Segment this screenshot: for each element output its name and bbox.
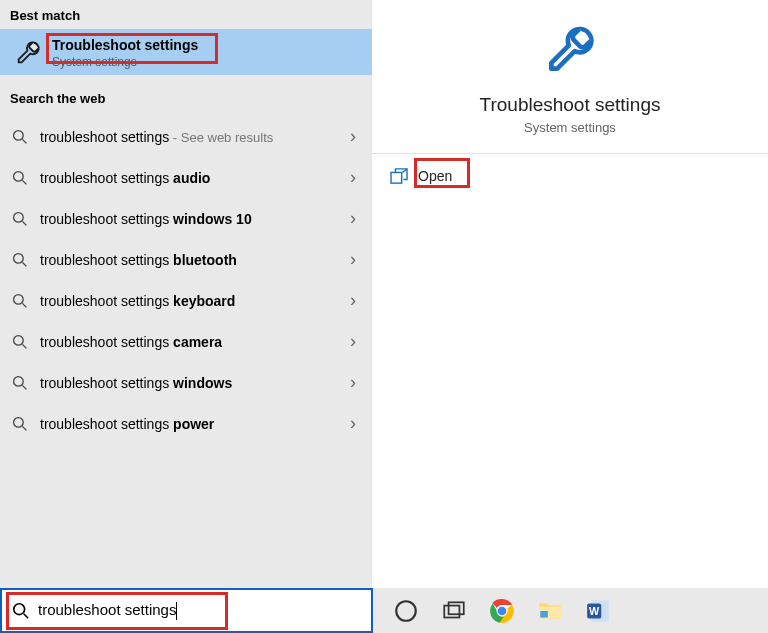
svg-point-7 [14,417,24,427]
svg-point-10 [396,601,416,621]
task-view-icon[interactable] [441,598,467,624]
svg-point-2 [14,212,24,222]
cortana-icon[interactable] [393,598,419,624]
svg-rect-8 [391,172,402,183]
web-result-label: troubleshoot settings camera [40,334,334,350]
svg-point-6 [14,376,24,386]
taskbar: troubleshoot settings [0,588,768,633]
file-explorer-icon[interactable] [537,598,563,624]
open-action[interactable]: Open [372,154,768,198]
word-icon[interactable]: W [585,598,611,624]
open-label: Open [418,168,452,184]
open-icon [390,168,408,184]
search-web-header: Search the web [0,83,372,112]
svg-point-9 [14,603,25,614]
best-match-header: Best match [0,0,372,29]
web-result-item[interactable]: troubleshoot settings audio› [0,157,372,198]
web-result-label: troubleshoot settings power [40,416,334,432]
best-match-subtitle: System settings [52,55,198,69]
svg-point-1 [14,171,24,181]
search-icon [12,129,28,145]
chrome-icon[interactable] [489,598,515,624]
web-result-item[interactable]: troubleshoot settings camera› [0,321,372,362]
svg-point-15 [498,606,507,615]
web-result-item[interactable]: troubleshoot settings keyboard› [0,280,372,321]
wrench-icon [14,39,42,67]
chevron-right-icon: › [346,167,360,188]
svg-point-4 [14,294,24,304]
search-icon [12,252,28,268]
chevron-right-icon: › [346,290,360,311]
search-icon [12,602,30,620]
chevron-right-icon: › [346,208,360,229]
detail-title: Troubleshoot settings [382,94,758,116]
web-result-label: troubleshoot settings audio [40,170,334,186]
chevron-right-icon: › [346,372,360,393]
search-icon [12,375,28,391]
web-result-item[interactable]: troubleshoot settings - See web results› [0,116,372,157]
wrench-icon [542,22,598,78]
chevron-right-icon: › [346,126,360,147]
svg-point-3 [14,253,24,263]
web-result-item[interactable]: troubleshoot settings windows› [0,362,372,403]
web-result-label: troubleshoot settings windows [40,375,334,391]
web-result-item[interactable]: troubleshoot settings power› [0,403,372,444]
search-results-panel: Best match Troubleshoot settings System … [0,0,372,588]
web-result-label: troubleshoot settings keyboard [40,293,334,309]
svg-point-5 [14,335,24,345]
svg-point-0 [14,130,24,140]
search-input[interactable]: troubleshoot settings [38,601,177,620]
chevron-right-icon: › [346,413,360,434]
svg-rect-16 [540,611,548,618]
best-match-result[interactable]: Troubleshoot settings System settings [0,29,372,75]
search-icon [12,416,28,432]
detail-subtitle: System settings [382,120,758,135]
web-result-label: troubleshoot settings windows 10 [40,211,334,227]
search-icon [12,211,28,227]
chevron-right-icon: › [346,249,360,270]
search-icon [12,293,28,309]
web-result-item[interactable]: troubleshoot settings bluetooth› [0,239,372,280]
web-result-label: troubleshoot settings - See web results [40,129,334,145]
svg-rect-11 [444,605,459,617]
search-icon [12,334,28,350]
svg-text:W: W [589,605,600,617]
web-result-label: troubleshoot settings bluetooth [40,252,334,268]
web-result-item[interactable]: troubleshoot settings windows 10› [0,198,372,239]
search-box[interactable]: troubleshoot settings [0,588,373,633]
search-icon [12,170,28,186]
chevron-right-icon: › [346,331,360,352]
svg-rect-12 [449,602,464,614]
detail-panel: Troubleshoot settings System settings Op… [372,0,768,588]
best-match-title: Troubleshoot settings [52,37,198,53]
